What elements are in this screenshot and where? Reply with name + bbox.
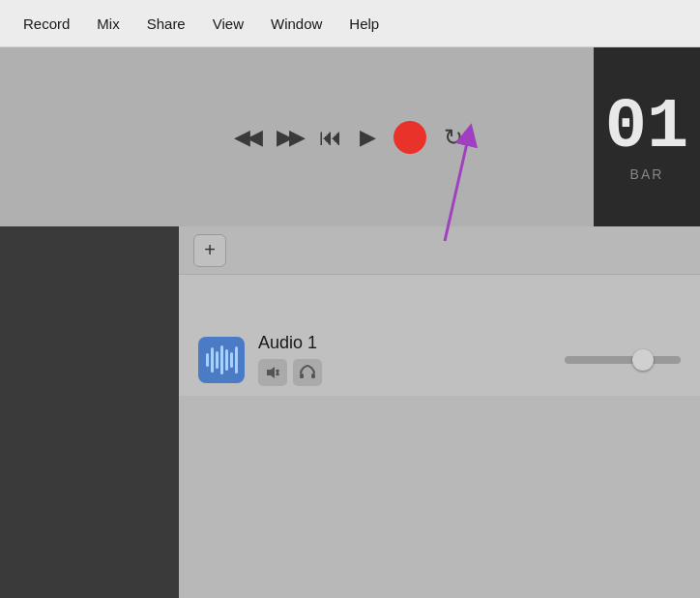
counter-number: 01 (605, 93, 688, 163)
mute-icon (265, 365, 280, 380)
play-icon (360, 125, 376, 150)
svg-rect-2 (300, 374, 304, 378)
waveform-icon (206, 345, 238, 374)
svg-rect-3 (311, 374, 315, 378)
volume-slider-thumb[interactable] (632, 349, 654, 371)
fastforward-button[interactable] (277, 125, 302, 150)
track-info: Audio 1 (258, 333, 322, 386)
rewind-button[interactable] (234, 125, 259, 150)
waveform-bar-6 (230, 352, 233, 368)
bottom-section (179, 396, 700, 598)
menu-item-mix[interactable]: Mix (83, 10, 132, 38)
headphone-icon (299, 365, 316, 380)
transport-bar: 01 BAR (0, 47, 700, 226)
play-button[interactable] (360, 125, 376, 150)
track-controls (258, 359, 322, 386)
add-track-bar: + (179, 226, 700, 275)
record-button[interactable] (394, 121, 426, 154)
menu-item-view[interactable]: View (199, 10, 257, 38)
volume-control (565, 356, 681, 364)
loop-icon (444, 124, 463, 151)
menu-item-help[interactable]: Help (335, 10, 393, 38)
menu-bar: Record Mix Share View Window Help (0, 0, 700, 47)
waveform-bar-7 (235, 346, 238, 374)
loop-button[interactable] (444, 124, 463, 151)
waveform-bar-4 (220, 345, 223, 374)
fastforward-icon (277, 125, 302, 150)
track-name: Audio 1 (258, 333, 322, 353)
menu-item-window[interactable]: Window (257, 10, 335, 38)
waveform-bar-3 (216, 351, 219, 369)
track-section: Audio 1 (179, 275, 700, 598)
mute-button[interactable] (258, 359, 287, 386)
headphone-button[interactable] (293, 359, 322, 386)
waveform-bar-2 (211, 347, 214, 373)
track-spacer (179, 275, 700, 323)
add-track-button[interactable]: + (193, 234, 226, 267)
waveform-bar-1 (206, 353, 209, 367)
volume-slider-track[interactable] (565, 356, 681, 364)
tracks-area: + (179, 226, 700, 598)
menu-item-record[interactable]: Record (10, 10, 83, 38)
counter-label: BAR (630, 166, 664, 182)
left-sidebar (0, 226, 179, 598)
skipback-button[interactable] (319, 124, 342, 151)
rewind-icon (234, 125, 259, 150)
skipback-icon (319, 124, 342, 151)
track-icon (198, 337, 245, 383)
counter-display: 01 BAR (594, 47, 700, 226)
track-row: Audio 1 (179, 323, 700, 396)
transport-controls (234, 121, 463, 154)
main-area: + (0, 226, 700, 598)
menu-item-share[interactable]: Share (133, 10, 199, 38)
waveform-bar-5 (225, 349, 228, 371)
